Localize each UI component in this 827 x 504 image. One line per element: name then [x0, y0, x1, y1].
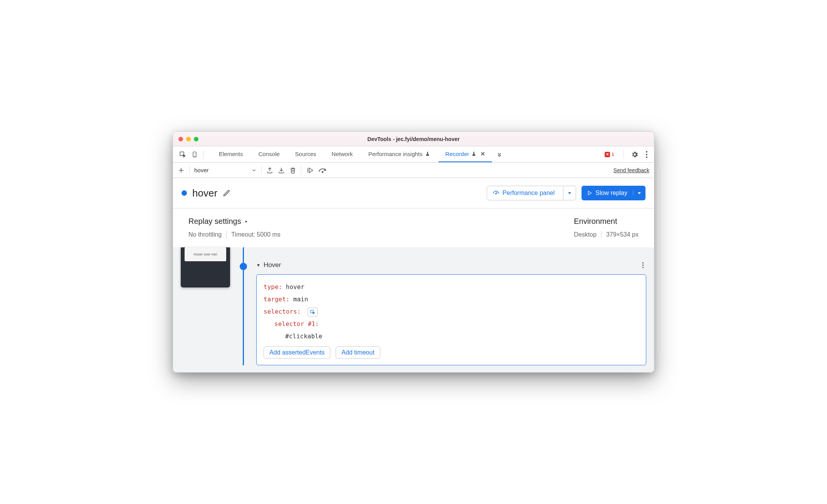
- performance-panel-dropdown[interactable]: [563, 186, 576, 200]
- tab-label: Elements: [219, 151, 243, 157]
- device-toolbar-icon[interactable]: [192, 151, 198, 158]
- export-icon[interactable]: [266, 167, 273, 174]
- svg-point-12: [322, 171, 323, 173]
- settings-gear-icon[interactable]: [631, 151, 639, 158]
- edit-title-icon[interactable]: [223, 189, 230, 197]
- step-prop-selector-1[interactable]: selector #1:: [264, 318, 639, 330]
- new-recording-icon[interactable]: [178, 167, 185, 174]
- titlebar: DevTools - jec.fyi/demo/menu-hover: [173, 132, 654, 146]
- chevron-down-icon: [251, 168, 257, 173]
- step-thumbnail[interactable]: Hover over me!: [181, 247, 230, 287]
- settings-row: Replay settings No throttling Timeout: 5…: [173, 208, 654, 247]
- recording-header: hover Performance panel Slow replay: [173, 178, 654, 208]
- tab-performance-insights[interactable]: Performance insights: [361, 146, 437, 162]
- add-asserted-events-button[interactable]: Add assertedEvents: [264, 346, 330, 359]
- step-prop-type[interactable]: type: hover: [264, 281, 639, 293]
- separator: [203, 150, 203, 159]
- button-label: Slow replay: [595, 190, 627, 197]
- step-detail-card: type: hover target: main selectors:: [256, 274, 646, 365]
- tab-elements[interactable]: Elements: [212, 146, 250, 162]
- close-tab-icon[interactable]: ✕: [480, 150, 485, 158]
- tab-network[interactable]: Network: [325, 146, 360, 162]
- button-label: Performance panel: [503, 190, 555, 197]
- maximize-window-button[interactable]: [194, 137, 198, 141]
- thumbnail-label: Hover over me!: [185, 247, 226, 261]
- tab-label: Console: [259, 151, 280, 157]
- caret-down-icon: ▼: [256, 263, 261, 267]
- caret-right-icon: [244, 219, 248, 224]
- tab-label: Sources: [295, 151, 316, 157]
- separator: [301, 166, 301, 175]
- slow-replay-button[interactable]: Slow replay: [582, 186, 645, 200]
- svg-point-4: [646, 154, 647, 155]
- svg-point-5: [646, 156, 647, 158]
- more-tabs-icon[interactable]: [496, 152, 503, 157]
- timeout-value: Timeout: 5000 ms: [231, 231, 280, 238]
- environment-device: Desktop: [574, 231, 597, 238]
- inspect-element-icon[interactable]: [179, 151, 186, 158]
- error-icon: ✕: [605, 152, 610, 157]
- svg-marker-15: [588, 191, 592, 195]
- element-picker-icon[interactable]: [308, 307, 318, 317]
- close-window-button[interactable]: [178, 137, 183, 141]
- prop-value: hover: [286, 283, 304, 291]
- add-timeout-button[interactable]: Add timeout: [336, 346, 380, 359]
- separator: [189, 166, 190, 175]
- recording-name: hover: [194, 167, 209, 173]
- svg-marker-16: [638, 192, 641, 194]
- panel-tabstrip: Elements Console Sources Network Perform…: [173, 146, 654, 163]
- replay-speed-dropdown[interactable]: [633, 191, 645, 195]
- separator: [624, 150, 624, 159]
- step-play-icon[interactable]: [306, 167, 314, 174]
- tab-recorder[interactable]: Recorder ✕: [439, 146, 493, 162]
- svg-marker-17: [245, 220, 247, 223]
- svg-marker-11: [309, 168, 313, 173]
- environment-label: Environment: [574, 217, 639, 226]
- step-header[interactable]: ▼ Hover: [256, 261, 646, 269]
- svg-marker-14: [568, 192, 571, 194]
- import-icon[interactable]: [278, 167, 285, 174]
- separator: [226, 231, 227, 238]
- recording-selector[interactable]: hover: [194, 167, 257, 173]
- error-count: 1: [612, 151, 614, 157]
- step-over-icon[interactable]: [318, 167, 327, 173]
- traffic-lights: [178, 137, 198, 141]
- tab-sources[interactable]: Sources: [288, 146, 323, 162]
- prop-key: target: [264, 296, 286, 303]
- beaker-icon: [425, 151, 430, 157]
- play-icon: [587, 190, 592, 196]
- performance-panel-button[interactable]: Performance panel: [487, 186, 576, 200]
- tab-console[interactable]: Console: [252, 146, 287, 162]
- delete-icon[interactable]: [289, 167, 296, 174]
- kebab-menu-icon[interactable]: [645, 151, 648, 158]
- svg-point-19: [642, 264, 644, 265]
- gauge-icon: [493, 190, 499, 197]
- prop-key: selectors: [264, 308, 297, 315]
- tab-label: Recorder: [445, 151, 469, 157]
- separator: [261, 166, 262, 175]
- step-prop-target[interactable]: target: main: [264, 293, 639, 306]
- step-title: Hover: [264, 261, 281, 269]
- selector-value[interactable]: #clickable: [264, 330, 639, 343]
- prop-key: selector #1: [274, 320, 315, 328]
- svg-point-20: [642, 267, 644, 268]
- caret-down-icon: [637, 191, 642, 195]
- error-count-badge[interactable]: ✕ 1: [602, 151, 617, 158]
- environment-dimensions: 379×534 px: [606, 231, 639, 238]
- minimize-window-button[interactable]: [186, 137, 191, 141]
- separator: [601, 231, 602, 238]
- window-title: DevTools - jec.fyi/demo/menu-hover: [173, 136, 654, 142]
- beaker-icon: [471, 151, 476, 157]
- timeline-area: Hover over me! ▼ Hover type: hover: [173, 247, 654, 372]
- tab-label: Network: [332, 151, 353, 157]
- send-feedback-link[interactable]: Send feedback: [614, 167, 649, 173]
- caret-down-icon: [567, 191, 572, 195]
- throttling-value: No throttling: [188, 231, 222, 238]
- step-kebab-menu-icon[interactable]: [642, 262, 644, 269]
- devtools-window: DevTools - jec.fyi/demo/menu-hover Eleme…: [173, 131, 654, 373]
- step-prop-selectors[interactable]: selectors:: [264, 306, 639, 318]
- step-node[interactable]: [240, 263, 247, 270]
- prop-key: type: [264, 283, 279, 291]
- recorder-toolbar: hover Send feedback: [173, 163, 654, 178]
- replay-settings-toggle[interactable]: Replay settings: [188, 217, 281, 226]
